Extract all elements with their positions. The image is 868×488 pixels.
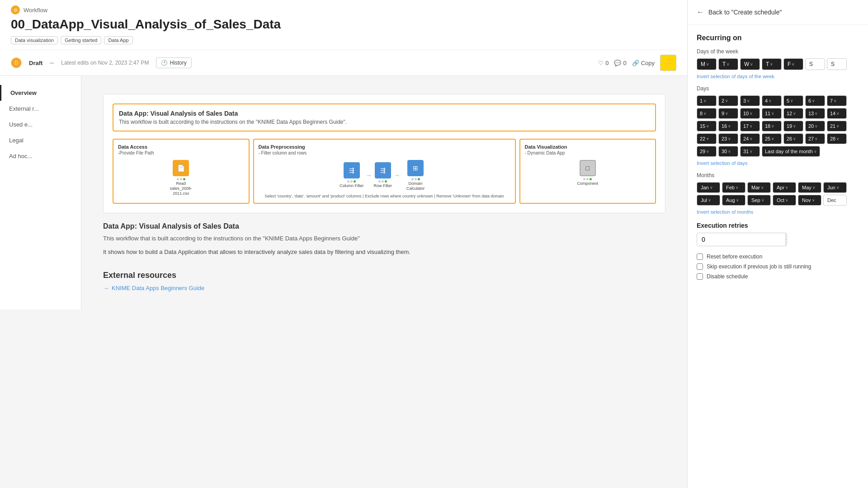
month-nov[interactable]: Nov ∨ [798, 195, 821, 206]
day-13[interactable]: 13 ∨ [805, 108, 825, 119]
day-2[interactable]: 2 ∨ [718, 95, 738, 106]
month-jan[interactable]: Jan ∨ [697, 182, 720, 193]
day-22[interactable]: 22 ∨ [697, 133, 717, 144]
dow-friday[interactable]: F ∨ [783, 58, 803, 70]
month-may[interactable]: May ∨ [798, 182, 821, 193]
meta-bar: D Draft – Latest edits on Nov 2, 2023 2:… [11, 50, 676, 75]
workflow-label: ⚙ Workflow [11, 5, 676, 14]
page-title: 00_DataApp_Visual_Analysis_of_Sales_Data [11, 17, 676, 32]
workflow-stages: Data Access -Provide File Path 📄 Readsal… [113, 139, 656, 204]
invert-days-link[interactable]: Invert selection of days [697, 160, 859, 166]
day-18[interactable]: 18 ∨ [762, 121, 782, 131]
workflow-icon: ⚙ [11, 5, 20, 14]
day-17[interactable]: 17 ∨ [740, 121, 760, 131]
back-button[interactable]: ← [697, 8, 704, 16]
day-25[interactable]: 25 ∨ [762, 133, 782, 144]
day-1[interactable]: 1 ∨ [697, 95, 717, 106]
day-11[interactable]: 11 ∨ [762, 108, 782, 119]
reset-before-execution-row: Reset before execution [697, 253, 859, 260]
day-16[interactable]: 16 ∨ [718, 121, 738, 131]
day-9[interactable]: 9 ∨ [718, 108, 738, 119]
month-apr[interactable]: Apr ∨ [773, 182, 796, 193]
month-jul[interactable]: Jul ∨ [697, 195, 720, 206]
month-oct[interactable]: Oct ∨ [773, 195, 796, 206]
day-19[interactable]: 19 ∨ [783, 121, 803, 131]
dow-thursday[interactable]: T ∨ [762, 58, 782, 70]
node-component: □ Component [577, 160, 598, 186]
last-edit-text: Latest edits on Nov 2, 2023 2:47 PM [61, 60, 149, 66]
tag-data-viz[interactable]: Data visualization [11, 36, 58, 44]
day-3[interactable]: 3 ∨ [740, 95, 760, 106]
days-of-week-label: Days of the week [697, 48, 859, 55]
days-of-week-row: M ∨ T ∨ W ∨ T ∨ F ∨ S S [697, 58, 859, 70]
dow-tuesday[interactable]: T ∨ [718, 58, 738, 70]
day-26[interactable]: 26 ∨ [783, 133, 803, 144]
recurring-label: Recurring on [697, 34, 859, 42]
side-nav-external[interactable]: External r... [0, 101, 81, 117]
day-29[interactable]: 29 ∨ [697, 146, 717, 157]
month-jun[interactable]: Jun ∨ [823, 182, 847, 193]
tag-data-app[interactable]: Data App [104, 36, 132, 44]
number-spinners: ▲ ▼ [785, 233, 787, 246]
history-button[interactable]: 🕐 History [156, 57, 191, 68]
arrow2: → [394, 172, 400, 179]
comment-button[interactable]: 💬 0 [614, 60, 626, 66]
day-10[interactable]: 10 ∨ [740, 108, 760, 119]
domain-calc-icon: ⊞ [407, 160, 424, 176]
day-7[interactable]: 7 ∨ [827, 95, 847, 106]
deploy-button[interactable]: ⚡ [660, 55, 676, 71]
copy-link-button[interactable]: 🔗 Copy [632, 60, 655, 66]
months-grid: Jan ∨ Feb ∨ Mar ∨ Apr ∨ May ∨ Jun ∨ Jul … [697, 182, 859, 206]
invert-months-link[interactable]: Invert selection of months [697, 209, 859, 215]
day-12[interactable]: 12 ∨ [783, 108, 803, 119]
row-filter-icon: ⇶ [375, 162, 391, 178]
tags-row: Data visualization Getting started Data … [11, 36, 676, 44]
disable-schedule-row: Disable schedule [697, 273, 859, 280]
days-label: Days [697, 85, 859, 92]
month-sep[interactable]: Sep ∨ [747, 195, 771, 206]
content-para1: This workflow that is built according to… [103, 234, 665, 244]
spin-up[interactable]: ▲ [786, 233, 787, 240]
day-21[interactable]: 21 ∨ [827, 121, 847, 131]
day-15[interactable]: 15 ∨ [697, 121, 717, 131]
day-30[interactable]: 30 ∨ [718, 146, 738, 157]
side-nav-overview[interactable]: Overview [0, 85, 81, 101]
side-nav-legal[interactable]: Legal [0, 132, 81, 148]
day-14[interactable]: 14 ∨ [827, 108, 847, 119]
last-day-btn[interactable]: Last day of the month ∨ [762, 146, 820, 157]
spin-down[interactable]: ▼ [786, 240, 787, 246]
month-feb[interactable]: Feb ∨ [722, 182, 745, 193]
month-mar[interactable]: Mar ∨ [747, 182, 771, 193]
dow-monday[interactable]: M ∨ [697, 58, 717, 70]
day-6[interactable]: 6 ∨ [805, 95, 825, 106]
day-27[interactable]: 27 ∨ [805, 133, 825, 144]
dow-sunday[interactable]: S [827, 58, 847, 70]
side-nav-used[interactable]: Used e... [0, 117, 81, 132]
month-aug[interactable]: Aug ∨ [722, 195, 745, 206]
disable-schedule-checkbox[interactable] [697, 273, 703, 280]
heart-icon: ♡ [598, 60, 604, 66]
dow-saturday[interactable]: S [805, 58, 825, 70]
tag-getting-started[interactable]: Getting started [61, 36, 101, 44]
day-31[interactable]: 31 ∨ [740, 146, 760, 157]
day-20[interactable]: 20 ∨ [805, 121, 825, 131]
dow-wednesday[interactable]: W ∨ [740, 58, 760, 70]
execution-retries-input-wrap: ▲ ▼ [697, 233, 787, 246]
skip-if-running-checkbox[interactable] [697, 263, 703, 270]
day-8[interactable]: 8 ∨ [697, 108, 717, 119]
draft-avatar: D [11, 57, 22, 68]
reset-before-execution-checkbox[interactable] [697, 253, 703, 260]
day-28[interactable]: 28 ∨ [827, 133, 847, 144]
day-23[interactable]: 23 ∨ [718, 133, 738, 144]
day-24[interactable]: 24 ∨ [740, 133, 760, 144]
side-nav-adhoc[interactable]: Ad hoc... [0, 148, 81, 164]
day-4[interactable]: 4 ∨ [762, 95, 782, 106]
like-button[interactable]: ♡ 0 [598, 60, 609, 66]
invert-week-link[interactable]: Invert selection of days of the week [697, 74, 859, 79]
month-dec[interactable]: Dec [823, 195, 847, 206]
execution-retries-input[interactable] [697, 233, 785, 246]
node-row-filter: ⇶ Row Filter [374, 162, 392, 188]
ext-link[interactable]: → KNIME Data Apps Beginners Guide [103, 285, 665, 291]
day-5[interactable]: 5 ∨ [783, 95, 803, 106]
content-body: Data App: Visual Analysis of Sales Data … [81, 76, 687, 310]
